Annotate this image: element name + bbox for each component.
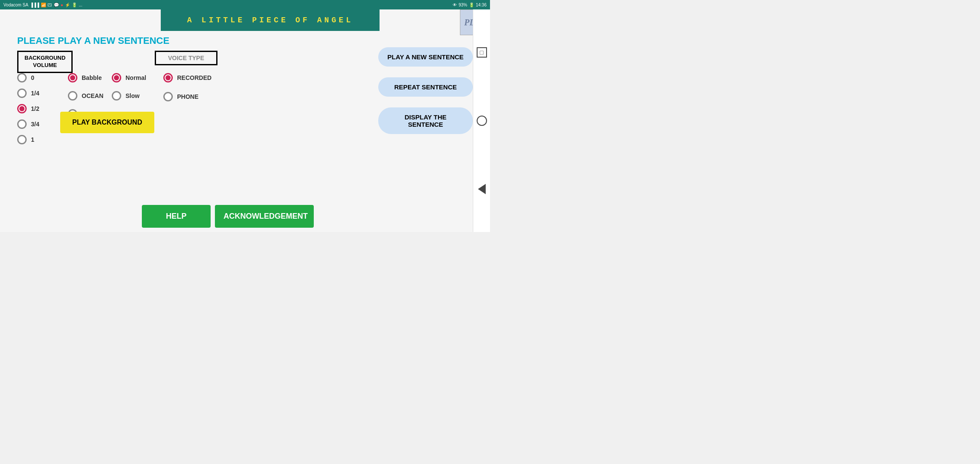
voice-type-label: VOICE TYPE	[155, 51, 217, 65]
voice-radio-phone[interactable]	[163, 92, 173, 101]
app-title: A LITTLE PIECE OF ANGEL	[187, 16, 353, 24]
volume-option-quarter[interactable]: 1/4	[17, 89, 39, 98]
battery-percent: 93%	[459, 3, 467, 7]
bg-label-ocean: OCEAN	[82, 92, 104, 99]
voice-phone[interactable]: PHONE	[163, 92, 211, 101]
speed-label-slow: Slow	[126, 92, 140, 99]
battery-bar: 🔋	[469, 3, 474, 7]
voice-label-phone: PHONE	[177, 93, 199, 100]
speed-radio-normal-inner	[114, 75, 119, 80]
wifi-icon: 📶	[41, 3, 46, 7]
nav-buttons: □	[473, 9, 490, 232]
volume-radio-three-quarter[interactable]	[17, 119, 27, 129]
volume-option-full[interactable]: 1	[17, 135, 39, 144]
play-new-sentence-button[interactable]: PLAY A NEW SENTENCE	[378, 47, 473, 67]
display-sentence-button[interactable]: DISPLAY THE SENTENCE	[378, 107, 473, 134]
page-subtitle: PLEASE PLAY A NEW SENTENCE	[17, 35, 169, 46]
bg-vol-line2: VOLUME	[33, 62, 57, 68]
status-bar: Vodacom SA ▐▐▐ 📶 ⮹ 💬 ● ⚡ 🔋 ... 👁 93% 🔋 1…	[0, 0, 490, 9]
volume-option-three-quarter[interactable]: 3/4	[17, 119, 39, 129]
signal-icon: ▐▐▐	[30, 3, 39, 7]
header-banner: A LITTLE PIECE OF ANGEL	[161, 9, 380, 31]
speed-radio-normal[interactable]	[112, 73, 121, 82]
voice-recorded[interactable]: RECORDED	[163, 73, 211, 82]
speed-label-normal: Normal	[126, 74, 146, 81]
volume-radio-half-inner	[19, 106, 24, 111]
volume-options: 0 1/4 1/2 3/4 1	[17, 73, 39, 144]
bg-label-babble: Babble	[82, 74, 102, 81]
volume-radio-quarter[interactable]	[17, 89, 27, 98]
bg-radio-babble-inner	[70, 75, 75, 80]
acknowledgement-button[interactable]: ACKNOWLEDGEMENT	[215, 205, 314, 228]
play-background-button[interactable]: PLAY BACKGROUND	[60, 112, 154, 133]
bg-radio-ocean[interactable]	[68, 91, 77, 101]
main-area: A LITTLE PIECE OF ANGEL PDK PLEASE PLAY …	[0, 9, 490, 232]
volume-label-quarter: 1/4	[31, 90, 39, 97]
volume-label-0: 0	[31, 74, 34, 81]
whatsapp-icon: 💬	[54, 3, 59, 7]
background-volume-label: BACKGROUND VOLUME	[17, 51, 73, 73]
volume-label-half: 1/2	[31, 105, 39, 112]
speed-slow[interactable]: Slow	[112, 91, 146, 101]
volume-label-three-quarter: 3/4	[31, 121, 39, 128]
volume-radio-full[interactable]	[17, 135, 27, 144]
speed-radio-slow[interactable]	[112, 91, 121, 101]
back-nav-button[interactable]	[478, 184, 486, 194]
bg-type-babble[interactable]: Babble	[68, 73, 104, 82]
voice-label-recorded: RECORDED	[177, 74, 211, 81]
dot-red-icon: ●	[61, 3, 63, 7]
help-button[interactable]: HELP	[142, 205, 211, 228]
usb-icon: ⮹	[48, 3, 52, 7]
battery-icon: 🔋	[72, 3, 77, 7]
volume-radio-0[interactable]	[17, 73, 27, 82]
bolt-icon: ⚡	[65, 3, 70, 7]
speed-options: Normal Slow	[112, 73, 146, 101]
volume-radio-half[interactable]	[17, 104, 27, 113]
more-icon: ...	[79, 3, 82, 7]
bg-radio-babble[interactable]	[68, 73, 77, 82]
speed-normal[interactable]: Normal	[112, 73, 146, 82]
volume-option-0[interactable]: 0	[17, 73, 39, 82]
clock-time: 14:36	[476, 3, 487, 7]
voice-radio-recorded-inner	[165, 75, 171, 80]
bg-vol-line1: BACKGROUND	[24, 55, 65, 61]
bg-type-ocean[interactable]: OCEAN	[68, 91, 104, 101]
voice-type-options: RECORDED PHONE	[163, 73, 211, 101]
carrier-text: Vodacom SA	[3, 3, 28, 7]
circle-nav-button[interactable]	[477, 116, 487, 126]
voice-radio-recorded[interactable]	[163, 73, 173, 82]
status-right: 👁 93% 🔋 14:36	[453, 3, 487, 7]
square-nav-button[interactable]: □	[477, 47, 487, 58]
volume-label-full: 1	[31, 136, 34, 143]
eye-icon: 👁	[453, 3, 457, 7]
status-left: Vodacom SA ▐▐▐ 📶 ⮹ 💬 ● ⚡ 🔋 ...	[3, 3, 82, 7]
volume-option-half[interactable]: 1/2	[17, 104, 39, 113]
repeat-sentence-button[interactable]: REPEAT SENTENCE	[378, 77, 473, 97]
